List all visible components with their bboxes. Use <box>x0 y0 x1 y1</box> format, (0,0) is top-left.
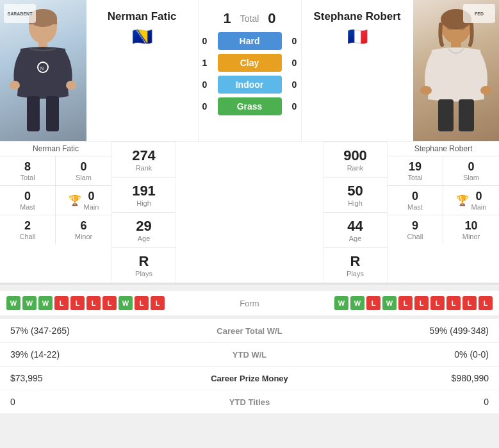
right-player-info: Stephane Robert 🇫🇷 <box>301 0 413 141</box>
right-high-stat: 50 High <box>323 177 387 212</box>
right-rank-label: Rank <box>326 164 384 172</box>
total-score-row: 1 Total 0 <box>223 10 275 27</box>
ytd-titles-row: 0 YTD Titles 0 <box>0 390 499 414</box>
right-high-label: High <box>326 199 384 207</box>
left-trophy-cell: 🏆 0 Main <box>56 185 111 215</box>
form-badge-right-2: W <box>350 296 364 310</box>
form-badge-right-8: L <box>446 296 461 310</box>
right-age-stat: 44 Age <box>323 212 387 247</box>
left-minor-cell: 6 Minor <box>56 215 111 244</box>
hard-score-right: 0 <box>288 36 301 46</box>
ytd-titles-label: YTD Titles <box>186 397 314 407</box>
left-stats-grid: 8 Total 0 Slam 0 Mast 🏆 0 Main <box>0 156 111 244</box>
sponsor-badge-left: SARABENT <box>4 4 36 23</box>
right-slam-cell: 0 Slam <box>443 156 499 185</box>
career-prize-left: $73,995 <box>10 373 186 383</box>
surface-grass-row: 0 Grass 0 <box>199 97 301 115</box>
left-player-name: Nerman Fatic <box>108 10 177 23</box>
clay-score-right: 0 <box>288 58 301 68</box>
left-player-name-bottom: Nerman Fatic <box>0 142 111 156</box>
left-chall-label: Chall <box>3 233 53 240</box>
form-badge-right-9: L <box>462 296 477 310</box>
ytd-wl-right: 0% (0-0) <box>314 349 489 360</box>
right-player-name: Stephane Robert <box>313 10 400 23</box>
form-badge-left-9: L <box>135 296 149 310</box>
svg-text:N: N <box>40 66 44 71</box>
left-player-info: Nerman Fatic 🇧🇦 <box>86 0 199 141</box>
left-minor-value: 6 <box>58 219 109 233</box>
form-badge-right-7: L <box>430 296 445 310</box>
right-mast-value: 0 <box>390 190 440 203</box>
right-chall-cell: 9 Chall <box>388 215 443 244</box>
surface-indoor-row: 0 Indoor 0 <box>199 76 301 94</box>
indoor-button[interactable]: Indoor <box>218 76 282 94</box>
right-age-value: 44 <box>326 218 384 235</box>
left-rank-value: 274 <box>115 147 173 164</box>
indoor-score-left: 0 <box>199 79 211 90</box>
form-badge-left-1: W <box>6 296 20 310</box>
svg-point-13 <box>460 26 465 30</box>
right-plays-stat: R Plays <box>323 247 387 283</box>
form-badge-left-5: L <box>70 296 85 310</box>
form-badge-right-1: W <box>334 296 348 310</box>
left-chall-cell: 2 Chall <box>0 215 56 244</box>
form-badges-left: W W W L L L L W L L <box>6 296 219 310</box>
form-badge-left-6: L <box>86 296 101 310</box>
left-chall-value: 2 <box>3 219 53 233</box>
ytd-titles-right: 0 <box>314 397 489 407</box>
right-plays-label: Plays <box>326 270 384 278</box>
left-plays-label: Plays <box>115 270 173 278</box>
form-badges-right: W W L W L L L L L L <box>281 296 493 310</box>
right-minor-cell: 10 Minor <box>443 215 499 244</box>
left-total-value: 8 <box>3 160 53 174</box>
left-total-label: Total <box>3 174 53 181</box>
left-plays-value: R <box>115 253 173 270</box>
left-minor-label: Minor <box>58 233 109 240</box>
right-age-label: Age <box>326 235 384 242</box>
trophy-icon-left: 🏆 <box>69 194 81 206</box>
center-left-stats: 274 Rank 191 High 29 Age R Plays <box>112 142 176 283</box>
left-high-value: 191 <box>115 183 173 199</box>
form-badge-left-8: W <box>119 296 133 310</box>
career-prize-right: $980,990 <box>314 373 489 383</box>
left-player-photo: SARABENT <box>0 0 86 141</box>
form-label: Form <box>224 299 275 308</box>
clay-button[interactable]: Clay <box>218 54 282 72</box>
center-top-header: 1 Total 0 0 Hard 0 1 Clay 0 <box>199 0 301 141</box>
left-slam-label: Slam <box>58 174 109 181</box>
svg-rect-18 <box>459 99 474 131</box>
career-wl-left: 57% (347-265) <box>10 326 186 336</box>
right-high-value: 50 <box>326 183 384 199</box>
sponsor-badge-right: FED <box>463 4 495 23</box>
right-player-silhouette <box>418 6 495 135</box>
form-badge-right-4: W <box>382 296 397 310</box>
left-main-cell-inner: 0 Main <box>84 190 99 211</box>
career-prize-row: $73,995 Career Prize Money $980,990 <box>0 367 499 390</box>
right-player-photo: FED <box>413 0 500 141</box>
left-mast-value: 0 <box>3 190 53 203</box>
right-stats-grid: 19 Total 0 Slam 0 Mast 🏆 0 Main <box>388 156 499 244</box>
hard-button[interactable]: Hard <box>218 32 282 50</box>
right-rank-value: 900 <box>326 147 384 164</box>
right-rank-stat: 900 Rank <box>323 142 387 177</box>
right-total-cell: 19 Total <box>388 156 443 185</box>
grass-button[interactable]: Grass <box>218 97 282 115</box>
left-player-flag: 🇧🇦 <box>132 27 152 47</box>
career-wl-row: 57% (347-265) Career Total W/L 59% (499-… <box>0 319 499 343</box>
left-rank-stat: 274 Rank <box>112 142 176 177</box>
left-plays-stat: R Plays <box>112 247 176 283</box>
grass-score-right: 0 <box>288 101 301 112</box>
svg-rect-17 <box>438 99 454 131</box>
player-stats-row: Nerman Fatic 8 Total 0 Slam 0 Mast 🏆 <box>0 141 499 285</box>
svg-rect-7 <box>46 96 59 131</box>
left-mast-cell: 0 Mast <box>0 185 56 215</box>
svg-rect-6 <box>27 96 40 131</box>
svg-point-5 <box>66 81 76 90</box>
right-total-label: Total <box>390 174 440 181</box>
right-mast-label: Mast <box>390 203 440 211</box>
form-badge-left-10: L <box>151 296 165 310</box>
right-minor-label: Minor <box>446 233 496 240</box>
form-badge-left-4: L <box>54 296 69 310</box>
grass-score-left: 0 <box>199 101 211 112</box>
left-player-silhouette: N <box>4 6 81 135</box>
